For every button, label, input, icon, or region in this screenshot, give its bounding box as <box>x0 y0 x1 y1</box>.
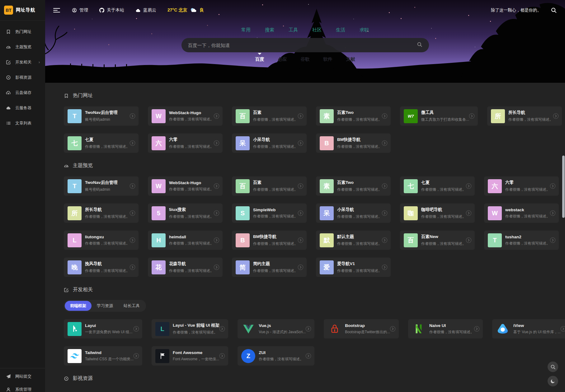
site-card[interactable]: LLayui - Vue 前端 UI 框架作者很懒，没有填写描述。 <box>152 319 228 338</box>
site-card[interactable]: BBM快捷导航作者很懒，没有填写描述。 <box>316 133 391 153</box>
search-icon[interactable] <box>417 42 422 49</box>
chevron-circle-icon[interactable] <box>469 113 475 119</box>
hero-tab-community[interactable]: 社区 <box>312 27 322 33</box>
hero-tab-common[interactable]: 常用 <box>241 27 251 33</box>
chevron-circle-icon[interactable] <box>298 183 304 189</box>
chevron-circle-icon[interactable] <box>553 113 559 119</box>
site-card[interactable]: Layui一套开源免费的 Web UI 组... <box>64 319 142 338</box>
chevron-circle-icon[interactable] <box>214 264 219 270</box>
site-card[interactable]: TTwoNav后台管理账号密码admin <box>64 106 139 126</box>
chevron-circle-icon[interactable] <box>305 326 311 332</box>
chevron-circle-icon[interactable] <box>550 183 556 189</box>
sidebar-item-cloud-server[interactable]: 云服务器 <box>0 100 45 115</box>
site-card[interactable]: 七七夏作者很懒，没有填写描述。 <box>400 176 475 196</box>
site-card[interactable]: 花花森导航作者很懒，没有填写描述。 <box>148 258 223 277</box>
chevron-circle-icon[interactable] <box>466 183 472 189</box>
chevron-circle-icon[interactable] <box>129 264 135 270</box>
site-card[interactable]: WWebStack-Hugo作者很懒，没有填写描述。 <box>148 176 223 196</box>
menu-toggle-icon[interactable] <box>53 7 61 14</box>
site-card[interactable]: BootstrapBootstrap是Twitter推出的... <box>324 319 399 338</box>
site-card[interactable]: 六六零作者很懒，没有填写描述。 <box>148 133 223 153</box>
scrollbar-thumb[interactable] <box>562 156 565 218</box>
sidebar-item-hot-sites[interactable]: 热门网址 <box>0 24 45 39</box>
chevron-circle-icon[interactable] <box>129 210 135 216</box>
site-card[interactable]: Naive UI作者很懒，没有填写描述。 <box>408 319 483 338</box>
search-icon[interactable] <box>551 7 557 13</box>
chevron-circle-icon[interactable] <box>129 237 135 243</box>
sidebar-item-site-submit[interactable]: 网站提交 <box>0 370 45 383</box>
dev-tab-learning-resources[interactable]: 学习资源 <box>92 301 118 311</box>
site-card[interactable]: 素百素Two作者很懒，没有填写描述。 <box>316 106 391 126</box>
engine-tab-bing[interactable]: 必应 <box>278 56 287 62</box>
sidebar-item-theme-preview[interactable]: 主题预览 <box>0 39 45 54</box>
engine-tab-google[interactable]: 谷歌 <box>301 56 310 62</box>
chevron-circle-icon[interactable] <box>382 210 388 216</box>
site-card[interactable]: 六六零作者很懒，没有填写描述。 <box>484 176 559 196</box>
sidebar-item-article-list[interactable]: 文章列表 <box>0 115 45 131</box>
chevron-circle-icon[interactable] <box>298 264 304 270</box>
site-card[interactable]: BBM快捷导航作者很懒，没有填写描述。 <box>232 231 307 250</box>
chevron-circle-icon[interactable] <box>382 264 388 270</box>
site-card[interactable]: 爱爱导航V1作者很懒，没有填写描述。 <box>316 258 391 277</box>
chevron-circle-icon[interactable] <box>214 183 219 189</box>
chevron-circle-icon[interactable] <box>298 210 304 216</box>
chevron-circle-icon[interactable] <box>219 353 225 359</box>
site-card[interactable]: 百百素作者很懒，没有填写描述。 <box>232 106 307 126</box>
site-card[interactable]: 晚挽风导航作者很懒，没有填写描述。 <box>64 258 139 277</box>
chevron-circle-icon[interactable] <box>298 237 304 243</box>
hero-tab-jobs[interactable]: 求职 <box>360 27 369 33</box>
site-card[interactable]: 所所长导航作者很懒，没有填写描述。 <box>64 203 139 223</box>
chevron-circle-icon[interactable] <box>550 237 556 243</box>
chevron-circle-icon[interactable] <box>305 353 311 359</box>
hero-tab-search[interactable]: 搜索 <box>265 27 274 33</box>
site-card[interactable]: 简简约主题作者很懒，没有填写描述。 <box>232 258 307 277</box>
dev-tab-frontend-framework[interactable]: 前端框架 <box>65 301 92 311</box>
site-card[interactable]: TTwoNav后台管理账号密码admin <box>64 176 139 196</box>
chevron-circle-icon[interactable] <box>129 140 135 146</box>
site-card[interactable]: Hheimdall作者很懒，没有填写描述。 <box>148 231 223 250</box>
chevron-circle-icon[interactable] <box>133 353 139 359</box>
chevron-circle-icon[interactable] <box>214 113 219 119</box>
chevron-circle-icon[interactable] <box>466 210 472 216</box>
site-card[interactable]: 所所长导航作者很懒，没有填写描述。 <box>487 106 562 126</box>
chevron-circle-icon[interactable] <box>466 237 472 243</box>
topbar-item-lanyiyun[interactable]: 蓝易云 <box>135 7 156 13</box>
site-card[interactable]: Ttushan2作者很懒，没有填写描述。 <box>484 231 559 250</box>
site-card[interactable]: 呆小呆导航作者很懒，没有填写描述。 <box>316 203 391 223</box>
topbar-item-about[interactable]: 关于本站 <box>99 7 124 13</box>
engine-tab-literature[interactable]: 文献 <box>346 56 355 62</box>
chevron-circle-icon[interactable] <box>214 237 219 243</box>
chevron-circle-icon[interactable] <box>550 210 556 216</box>
sidebar-item-dev-related[interactable]: 开发相关› <box>0 54 45 70</box>
site-card[interactable]: TailwindTailwind CSS 是一个功能类... <box>64 346 142 366</box>
chevron-circle-icon[interactable] <box>214 140 219 146</box>
topbar-item-admin[interactable]: 管理 <box>72 7 88 13</box>
chevron-circle-icon[interactable] <box>219 326 225 332</box>
site-card[interactable]: 咖咖啡吧导航作者很懒，没有填写描述。 <box>400 203 475 223</box>
chevron-circle-icon[interactable] <box>474 326 480 332</box>
site-card[interactable]: Lliutongxu作者很懒，没有填写描述。 <box>64 231 139 250</box>
engine-tab-software[interactable]: 软件 <box>323 56 332 62</box>
floating-theme-toggle-button[interactable] <box>548 376 558 386</box>
site-card[interactable]: 百百素作者很懒，没有填写描述。 <box>232 176 307 196</box>
app-logo[interactable]: BT 网址导航 <box>0 0 45 21</box>
chevron-circle-icon[interactable] <box>382 237 388 243</box>
site-card[interactable]: ZZUI作者很懒，没有填写描述。 <box>238 346 314 366</box>
site-card[interactable]: 55iux搜索作者很懒，没有填写描述。 <box>148 203 223 223</box>
site-card[interactable]: 素百素Two作者很懒，没有填写描述。 <box>316 176 391 196</box>
sidebar-item-system-admin[interactable]: 系统管理 <box>0 383 45 392</box>
site-card[interactable]: 七七夏作者很懒，没有填写描述。 <box>64 133 139 153</box>
engine-tab-baidu[interactable]: 百度 <box>255 56 264 62</box>
site-card[interactable]: 百百素New作者很懒，没有填写描述。 <box>400 231 475 250</box>
chevron-circle-icon[interactable] <box>382 183 388 189</box>
hero-tab-tools[interactable]: 工具 <box>289 27 298 33</box>
site-card[interactable]: 默默认主题作者很懒，没有填写描述。 <box>316 231 391 250</box>
chevron-circle-icon[interactable] <box>298 113 304 119</box>
chevron-circle-icon[interactable] <box>560 326 565 332</box>
site-card[interactable]: 呆小呆导航作者很懒，没有填写描述。 <box>232 133 307 153</box>
site-card[interactable]: SSimpleWeb作者很懒，没有填写描述。 <box>232 203 307 223</box>
search-input[interactable] <box>188 43 417 48</box>
hero-tab-life[interactable]: 生活 <box>336 27 345 33</box>
site-card[interactable]: Vue.jsVue.js - 渐进式的 JavaScri... <box>238 319 314 338</box>
dev-tab-webmaster-tools[interactable]: 站长工具 <box>118 301 145 311</box>
